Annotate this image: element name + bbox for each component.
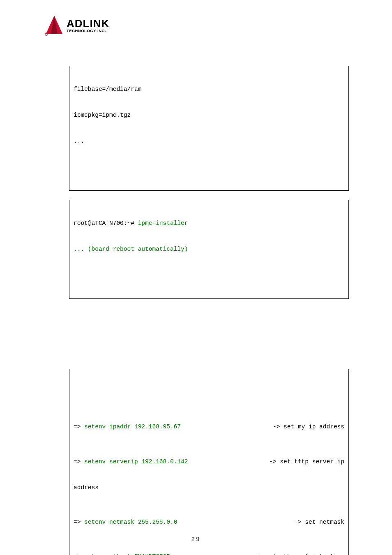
adlink-logo-icon: ADLINK TECHNOLOGY INC.	[43, 13, 129, 37]
comment: -> set my ip address	[273, 423, 344, 431]
command: ipmc-installer	[138, 220, 188, 227]
code-line: ...	[74, 137, 344, 146]
logo: ADLINK TECHNOLOGY INC.	[43, 13, 129, 37]
page-content: filebase=/media/ram ipmcpkg=ipmc.tgz ...…	[0, 16, 392, 555]
prompt: =>	[74, 519, 84, 525]
code-line: filebase=/media/ram	[74, 85, 344, 94]
svg-text:ADLINK: ADLINK	[67, 17, 109, 30]
comment: -> set ethernet interface	[255, 553, 344, 555]
code-box-2: root@aTCA-N700:~# ipmc-installer ... (bo…	[69, 200, 349, 299]
code-line: ... (board reboot automatically)	[74, 245, 344, 254]
code-line: => setenv netmask 255.255.0.0-> set netm…	[74, 518, 344, 527]
command: setenv serverip 192.168.0.142	[84, 458, 188, 465]
code-box-1: filebase=/media/ram ipmcpkg=ipmc.tgz ...	[69, 66, 349, 191]
code-line: root@aTCA-N700:~# ipmc-installer	[74, 219, 344, 228]
command: setenv netmask 255.255.0.0	[84, 519, 177, 525]
code-line	[74, 163, 344, 171]
code-line: ipmcpkg=ipmc.tgz	[74, 111, 344, 120]
prompt: =>	[74, 423, 84, 430]
prompt: =>	[74, 458, 84, 465]
comment: -> set tftp server ip	[269, 458, 344, 466]
code-line: address	[74, 483, 344, 492]
prompt: =>	[74, 553, 84, 555]
comment: -> set netmask	[294, 518, 344, 527]
prompt: root@aTCA-N700:~#	[74, 220, 138, 227]
code-line	[74, 388, 344, 397]
command: setenv ipaddr 192.168.95.67	[84, 423, 181, 430]
code-line: => setenv serverip 192.168.0.142-> set t…	[74, 458, 344, 466]
code-box-3: => setenv ipaddr 192.168.95.67-> set my …	[69, 369, 349, 555]
page-number: 29	[191, 536, 201, 543]
svg-text:TECHNOLOGY INC.: TECHNOLOGY INC.	[67, 28, 106, 33]
code-line: => setenv ipaddr 192.168.95.67-> set my …	[74, 423, 344, 431]
code-line	[74, 271, 344, 280]
command: setenv ethact FM1@DTSEC5	[84, 553, 170, 555]
code-line: => setenv ethact FM1@DTSEC5-> set ethern…	[74, 553, 344, 555]
